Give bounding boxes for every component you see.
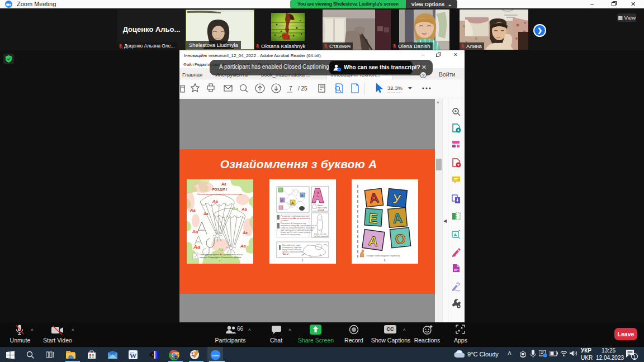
svg-text:А: А bbox=[281, 199, 283, 202]
svg-text:Розповідаємо з уподобанням гол: Розповідаємо з уподобанням голосним bbox=[197, 193, 242, 196]
svg-text:W: W bbox=[130, 351, 137, 359]
svg-text:Аа: Аа bbox=[193, 244, 200, 250]
svg-text:Аа: Аа bbox=[217, 247, 224, 252]
svg-text:РОЗДІЛ I: РОЗДІЛ I bbox=[212, 187, 228, 191]
svg-text:кожній на кожну схожу.: кожній на кожну схожу. bbox=[281, 234, 301, 236]
svg-text:парашут. Розфарбуйте. Розмалюй: парашут. Розфарбуйте. Розмалюй за зразко… bbox=[200, 256, 242, 259]
svg-text:1: 1 bbox=[633, 354, 636, 360]
svg-text:Аа: Аа bbox=[190, 208, 196, 213]
svg-text:Познайомся з буквою Аа, що про: Познайомся з буквою Аа, що проказала теб… bbox=[200, 254, 243, 256]
svg-text:7: 7 bbox=[289, 85, 292, 92]
svg-text:Аа: Аа bbox=[232, 206, 238, 211]
svg-text:Е: Е bbox=[368, 210, 378, 226]
svg-text:букву А.: букву А. bbox=[318, 209, 324, 211]
svg-text:А: А bbox=[301, 194, 304, 197]
svg-text:/ 25: / 25 bbox=[298, 85, 307, 92]
svg-text:«А-а-а».: «А-а-а». bbox=[282, 253, 290, 255]
svg-text:A: A bbox=[454, 232, 457, 237]
svg-text:Аа: Аа bbox=[241, 207, 247, 212]
svg-text:по-Грає звуковій: по-Грає звуковій bbox=[314, 235, 328, 237]
svg-text:А: А bbox=[291, 201, 294, 205]
svg-text:О: О bbox=[395, 231, 406, 247]
svg-text:Аа: Аа bbox=[240, 244, 246, 249]
svg-text:32.3%: 32.3% bbox=[387, 85, 402, 91]
svg-text:Аа: Аа bbox=[212, 199, 218, 204]
svg-text:А: А bbox=[392, 210, 403, 226]
svg-text:Аа: Аа bbox=[203, 212, 209, 216]
svg-text:у словах.: у словах. bbox=[281, 220, 289, 222]
svg-text:Аа: Аа bbox=[192, 229, 198, 234]
svg-text:Аа: Аа bbox=[221, 182, 226, 186]
svg-text:Аа: Аа bbox=[242, 231, 248, 235]
svg-text:Знайди і назви квадрати з букв: Знайди і назви квадрати з буквою А. bbox=[366, 255, 400, 257]
svg-text:А: А bbox=[368, 190, 380, 206]
svg-text:zoom: zoom bbox=[211, 354, 219, 357]
